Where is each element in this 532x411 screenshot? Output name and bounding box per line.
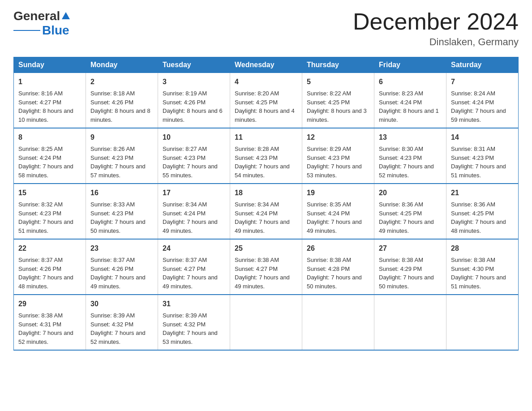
col-friday: Friday [374,57,446,73]
calendar-cell: 20Sunrise: 8:36 AMSunset: 4:25 PMDayligh… [374,184,446,239]
col-tuesday: Tuesday [158,57,230,73]
day-number: 6 [379,77,442,87]
calendar-cell: 26Sunrise: 8:38 AMSunset: 4:28 PMDayligh… [302,239,374,295]
day-number: 11 [235,132,297,143]
day-number: 10 [163,132,225,143]
day-number: 12 [307,132,369,143]
sunrise-info: Sunrise: 8:38 AMSunset: 4:29 PMDaylight:… [379,257,434,290]
day-number: 20 [379,188,442,198]
sunrise-info: Sunrise: 8:20 AMSunset: 4:25 PMDaylight:… [235,90,295,123]
page-title: December 2024 [353,9,519,34]
day-number: 19 [307,188,369,198]
sunrise-info: Sunrise: 8:18 AMSunset: 4:26 PMDaylight:… [90,90,150,123]
calendar-cell: 29Sunrise: 8:38 AMSunset: 4:31 PMDayligh… [14,295,86,350]
day-number: 22 [18,243,81,254]
sunrise-info: Sunrise: 8:32 AMSunset: 4:23 PMDaylight:… [18,201,73,234]
sunrise-info: Sunrise: 8:36 AMSunset: 4:25 PMDaylight:… [379,201,434,234]
page-header: General Blue December 2024 Dinslaken, Ge… [13,9,519,48]
sunrise-info: Sunrise: 8:31 AMSunset: 4:23 PMDaylight:… [451,146,506,179]
day-number: 31 [163,299,225,309]
calendar-cell: 9Sunrise: 8:26 AMSunset: 4:23 PMDaylight… [86,128,158,184]
sunrise-info: Sunrise: 8:39 AMSunset: 4:32 PMDaylight:… [163,312,218,345]
logo-blue-text: Blue [42,23,69,38]
logo: General Blue [13,9,71,38]
day-number: 13 [379,132,442,143]
calendar-cell: 10Sunrise: 8:27 AMSunset: 4:23 PMDayligh… [158,128,230,184]
calendar-cell: 28Sunrise: 8:38 AMSunset: 4:30 PMDayligh… [446,239,519,295]
calendar-cell: 18Sunrise: 8:34 AMSunset: 4:24 PMDayligh… [230,184,302,239]
calendar-table: Sunday Monday Tuesday Wednesday Thursday… [13,57,519,351]
svg-marker-0 [62,12,70,19]
calendar-cell: 5Sunrise: 8:22 AMSunset: 4:25 PMDaylight… [302,73,374,128]
sunrise-info: Sunrise: 8:38 AMSunset: 4:31 PMDaylight:… [18,312,73,345]
calendar-cell: 31Sunrise: 8:39 AMSunset: 4:32 PMDayligh… [158,295,230,350]
calendar-cell [230,295,302,350]
sunrise-info: Sunrise: 8:39 AMSunset: 4:32 PMDaylight:… [90,312,146,345]
day-number: 26 [307,243,369,254]
day-number: 15 [18,188,81,198]
calendar-week-row: 15Sunrise: 8:32 AMSunset: 4:23 PMDayligh… [14,184,519,239]
calendar-cell: 17Sunrise: 8:34 AMSunset: 4:24 PMDayligh… [158,184,230,239]
day-number: 29 [18,299,81,309]
sunrise-info: Sunrise: 8:25 AMSunset: 4:24 PMDaylight:… [18,146,73,179]
sunrise-info: Sunrise: 8:22 AMSunset: 4:25 PMDaylight:… [307,90,367,123]
day-number: 27 [379,243,442,254]
calendar-cell: 19Sunrise: 8:35 AMSunset: 4:24 PMDayligh… [302,184,374,239]
logo-line [13,30,40,31]
calendar-cell: 1Sunrise: 8:16 AMSunset: 4:27 PMDaylight… [14,73,86,128]
sunrise-info: Sunrise: 8:16 AMSunset: 4:27 PMDaylight:… [18,90,73,123]
day-number: 24 [163,243,225,254]
calendar-week-row: 29Sunrise: 8:38 AMSunset: 4:31 PMDayligh… [14,295,519,350]
calendar-cell: 13Sunrise: 8:30 AMSunset: 4:23 PMDayligh… [374,128,446,184]
sunrise-info: Sunrise: 8:27 AMSunset: 4:23 PMDaylight:… [163,146,218,179]
day-number: 16 [90,188,153,198]
calendar-cell [374,295,446,350]
day-number: 7 [451,77,514,87]
sunrise-info: Sunrise: 8:37 AMSunset: 4:26 PMDaylight:… [18,257,73,290]
calendar-cell: 30Sunrise: 8:39 AMSunset: 4:32 PMDayligh… [86,295,158,350]
title-block: December 2024 Dinslaken, Germany [353,9,519,48]
calendar-cell: 14Sunrise: 8:31 AMSunset: 4:23 PMDayligh… [446,128,519,184]
day-number: 23 [90,243,153,254]
day-number: 4 [235,77,297,87]
calendar-cell: 21Sunrise: 8:36 AMSunset: 4:25 PMDayligh… [446,184,519,239]
col-monday: Monday [86,57,158,73]
calendar-cell [446,295,519,350]
day-number: 1 [18,77,81,87]
calendar-week-row: 22Sunrise: 8:37 AMSunset: 4:26 PMDayligh… [14,239,519,295]
col-thursday: Thursday [302,57,374,73]
day-number: 8 [18,132,81,143]
sunrise-info: Sunrise: 8:24 AMSunset: 4:24 PMDaylight:… [451,90,506,123]
sunrise-info: Sunrise: 8:35 AMSunset: 4:24 PMDaylight:… [307,201,362,234]
sunrise-info: Sunrise: 8:38 AMSunset: 4:27 PMDaylight:… [235,257,290,290]
day-number: 2 [90,77,153,87]
day-number: 3 [163,77,225,87]
calendar-cell: 2Sunrise: 8:18 AMSunset: 4:26 PMDaylight… [86,73,158,128]
calendar-cell [302,295,374,350]
sunrise-info: Sunrise: 8:28 AMSunset: 4:23 PMDaylight:… [235,146,290,179]
col-sunday: Sunday [14,57,86,73]
sunrise-info: Sunrise: 8:33 AMSunset: 4:23 PMDaylight:… [90,201,146,234]
calendar-cell: 8Sunrise: 8:25 AMSunset: 4:24 PMDaylight… [14,128,86,184]
day-number: 21 [451,188,514,198]
day-number: 30 [90,299,153,309]
calendar-cell: 3Sunrise: 8:19 AMSunset: 4:26 PMDaylight… [158,73,230,128]
day-number: 5 [307,77,369,87]
calendar-header-row: Sunday Monday Tuesday Wednesday Thursday… [14,57,519,73]
calendar-cell: 4Sunrise: 8:20 AMSunset: 4:25 PMDaylight… [230,73,302,128]
sunrise-info: Sunrise: 8:23 AMSunset: 4:24 PMDaylight:… [379,90,439,123]
calendar-cell: 6Sunrise: 8:23 AMSunset: 4:24 PMDaylight… [374,73,446,128]
sunrise-info: Sunrise: 8:37 AMSunset: 4:26 PMDaylight:… [90,257,146,290]
sunrise-info: Sunrise: 8:37 AMSunset: 4:27 PMDaylight:… [163,257,218,290]
calendar-cell: 27Sunrise: 8:38 AMSunset: 4:29 PMDayligh… [374,239,446,295]
sunrise-info: Sunrise: 8:30 AMSunset: 4:23 PMDaylight:… [379,146,434,179]
sunrise-info: Sunrise: 8:38 AMSunset: 4:30 PMDaylight:… [451,257,506,290]
calendar-cell: 16Sunrise: 8:33 AMSunset: 4:23 PMDayligh… [86,184,158,239]
sunrise-info: Sunrise: 8:34 AMSunset: 4:24 PMDaylight:… [163,201,218,234]
page-subtitle: Dinslaken, Germany [353,36,519,48]
sunrise-info: Sunrise: 8:34 AMSunset: 4:24 PMDaylight:… [235,201,290,234]
sunrise-info: Sunrise: 8:29 AMSunset: 4:23 PMDaylight:… [307,146,362,179]
calendar-cell: 7Sunrise: 8:24 AMSunset: 4:24 PMDaylight… [446,73,519,128]
sunrise-info: Sunrise: 8:19 AMSunset: 4:26 PMDaylight:… [163,90,223,123]
day-number: 14 [451,132,514,143]
